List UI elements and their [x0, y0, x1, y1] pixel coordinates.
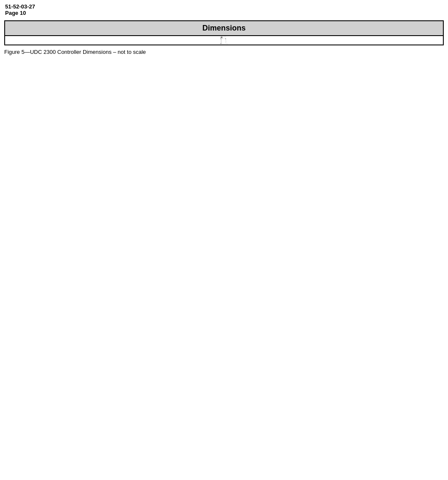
svg-text:3.780: 3.780: [220, 37, 221, 38]
dimensions-section: Dimensions Honeywell ALM OUT 1 2 1 2 F C…: [4, 20, 444, 45]
svg-text:with  optional: with optional: [226, 38, 227, 39]
svg-text:MAN-AUTO: MAN-AUTO: [221, 37, 222, 38]
svg-rect-0: [221, 36, 223, 39]
svg-text:92: 92: [226, 37, 226, 37]
svg-text:Thickness: Thickness: [221, 39, 222, 39]
svg-text:AUTO: AUTO: [221, 37, 221, 38]
svg-text:-0.0: -0.0: [225, 36, 226, 36]
svg-text:HOLD: HOLD: [222, 38, 222, 38]
svg-text:SET UP: SET UP: [222, 37, 222, 38]
section-title: Dimensions: [5, 21, 443, 36]
svg-text:▼: ▼: [221, 37, 222, 38]
svg-text:10: 10: [222, 38, 222, 39]
svg-text:90.7: 90.7: [226, 41, 227, 42]
svg-text:105.4: 105.4: [223, 44, 224, 44]
svg-text:.394: .394: [222, 39, 222, 39]
svg-text:21.0: 21.0: [220, 44, 221, 44]
svg-text:ALM: ALM: [221, 36, 221, 37]
svg-text:Millimeters: Millimeters: [227, 44, 228, 45]
svg-text:OUT: OUT: [221, 36, 221, 37]
svg-text:3.57: 3.57: [226, 41, 227, 42]
doc-number: 51-52-03-27: [5, 3, 443, 10]
svg-text:+0.008: +0.008: [226, 39, 227, 39]
svg-text:.103: .103: [225, 39, 226, 39]
svg-rect-9: [221, 37, 222, 37]
svg-text:96: 96: [220, 37, 221, 37]
svg-text:2.62: 2.62: [225, 38, 226, 39]
svg-text:.826: .826: [221, 44, 221, 45]
svg-text:4.19: 4.19: [223, 44, 224, 45]
svg-text:+0.031: +0.031: [226, 39, 227, 39]
svg-text:92: 92: [224, 36, 225, 36]
svg-text:rear cover: rear cover: [226, 39, 227, 39]
svg-rect-48: [224, 36, 225, 39]
svg-text:▲: ▲: [221, 37, 221, 38]
svg-text:1 2: 1 2: [221, 36, 221, 37]
svg-text:RUN: RUN: [222, 37, 222, 38]
figure-caption: Figure 5—UDC 2300 Controller Dimensions …: [4, 49, 444, 55]
svg-text:+0.031: +0.031: [225, 36, 226, 36]
svg-text:FUNCTION: FUNCTION: [221, 37, 221, 38]
svg-text:.945: .945: [221, 39, 221, 39]
svg-text:96: 96: [221, 36, 222, 36]
svg-text:20751: 20751: [227, 44, 227, 45]
svg-text:DISPLAY: DISPLAY: [221, 37, 221, 38]
main-drawing: Honeywell ALM OUT 1 2 1 2 F C MA RL PV F…: [5, 36, 443, 45]
page-header: 51-52-03-27 Page 10: [0, 0, 448, 18]
svg-text:Dimensions:: Dimensions:: [227, 43, 228, 44]
svg-text:1 2: 1 2: [221, 36, 221, 37]
svg-text:3.780: 3.780: [221, 36, 222, 36]
dimensions-content: Honeywell ALM OUT 1 2 1 2 F C MA RL PV F…: [5, 36, 443, 45]
svg-text:PV: PV: [222, 36, 223, 37]
svg-text:TUNE: TUNE: [221, 38, 221, 38]
page-number: Page 10: [5, 10, 443, 16]
svg-rect-78: [221, 44, 221, 44]
svg-text:+0.008: +0.008: [225, 36, 226, 36]
svg-rect-74: [221, 39, 221, 39]
svg-text:F C: F C: [222, 36, 223, 37]
svg-text:3.622: 3.622: [226, 37, 227, 38]
svg-text:RL: RL: [222, 36, 223, 37]
svg-text:24: 24: [221, 38, 221, 39]
svg-rect-72: [220, 39, 226, 44]
svg-text:3.622: 3.622: [224, 36, 225, 36]
svg-rect-82: [226, 39, 226, 44]
svg-text:Max (2): Max (2): [223, 38, 224, 39]
svg-text:-0.0: -0.0: [226, 39, 226, 39]
svg-text:RESET: RESET: [222, 37, 222, 38]
svg-text:-0.0: -0.0: [226, 39, 226, 39]
svg-text:Inches: Inches: [227, 44, 228, 45]
svg-rect-14: [221, 37, 222, 38]
svg-text:Honeywell: Honeywell: [221, 36, 221, 37]
svg-text:Max Panel: Max Panel: [221, 38, 222, 39]
svg-text:MA: MA: [222, 36, 223, 37]
svg-text:-0.0: -0.0: [225, 36, 226, 36]
